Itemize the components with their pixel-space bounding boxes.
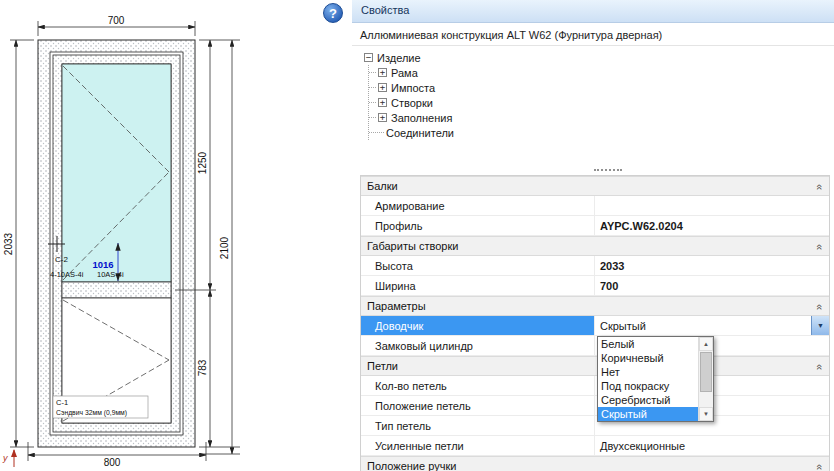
section-label: Балки xyxy=(361,180,398,192)
tree-item-soediniteli[interactable]: Соединители xyxy=(369,125,454,140)
tree-item-izdelie[interactable]: − Изделие xyxy=(364,50,454,65)
dim-handle-text: 1016 xyxy=(92,259,113,270)
dim-right-total-text: 2100 xyxy=(219,236,230,259)
label-c1: С-1 xyxy=(56,398,68,407)
collapse-icon[interactable]: − xyxy=(364,53,373,62)
combo-value: Скрытый xyxy=(595,316,811,335)
collapse-section-button[interactable]: « xyxy=(817,301,823,313)
properties-header: Свойства xyxy=(352,0,834,23)
help-icon[interactable]: ? xyxy=(323,3,343,23)
properties-panel: ? Свойства Аллюминиевая конструкция ALT … xyxy=(318,0,834,471)
section-petli[interactable]: Петли « xyxy=(361,356,829,376)
dim-top-text: 700 xyxy=(108,15,125,26)
axis-icon: у xyxy=(2,450,14,467)
scroll-up-icon: ▲ xyxy=(703,341,709,347)
section-balki[interactable]: Балки « xyxy=(361,176,829,196)
dovodchik-combobox[interactable]: Скрытый ▼ xyxy=(595,316,829,335)
property-label[interactable]: Профиль xyxy=(361,216,595,235)
tree-item-label[interactable]: Изделие xyxy=(377,51,421,64)
label-glass2: 10AS-4i xyxy=(97,270,124,279)
door-drawing-canvas[interactable]: 1016 С-2 4-10AS-4i 10AS-4i С-1 Сэндвич 3… xyxy=(0,0,318,471)
property-label[interactable]: Высота xyxy=(361,256,595,275)
expand-icon[interactable]: + xyxy=(378,98,387,107)
dropdown-option-serebristy[interactable]: Серебристый xyxy=(598,393,698,407)
collapse-section-button[interactable]: « xyxy=(817,241,823,253)
tree-item-stvorki[interactable]: + Створки xyxy=(369,95,454,110)
property-row-usilennye-petli[interactable]: Усиленные петли Двухсекционные xyxy=(361,436,829,456)
scroll-down-button[interactable]: ▼ xyxy=(699,407,713,421)
tree-connector xyxy=(369,72,376,73)
panel-title: Свойства xyxy=(352,0,834,16)
chevron-up-icon: « xyxy=(814,364,826,370)
label-sandwich-box: С-1 Сэндвич 32мм (0,9мм) xyxy=(53,396,148,418)
section-parametry[interactable]: Параметры « xyxy=(361,296,829,316)
tree-item-label[interactable]: Соединители xyxy=(386,126,454,139)
dropdown-option-korichnevy[interactable]: Коричневый xyxy=(598,351,698,365)
dim-right-lower-text: 783 xyxy=(197,359,208,376)
property-value[interactable]: 700 xyxy=(595,276,829,295)
scroll-up-button[interactable]: ▲ xyxy=(699,337,713,351)
property-label[interactable]: Кол-во петель xyxy=(361,376,595,395)
tree-item-label[interactable]: Импоста xyxy=(391,81,435,94)
dropdown-option-pod-pokrasku[interactable]: Под покраску xyxy=(598,379,698,393)
section-gabarity-stvorki[interactable]: Габариты створки « xyxy=(361,236,829,256)
dropdown-option-skryty[interactable]: Скрытый xyxy=(598,407,698,421)
collapse-section-button[interactable]: « xyxy=(817,461,823,471)
dropdown-option-net[interactable]: Нет xyxy=(598,365,698,379)
dim-right-upper-text: 1250 xyxy=(197,151,208,174)
collapse-section-button[interactable]: « xyxy=(817,361,823,373)
property-value[interactable]: Скрытый ▼ xyxy=(595,316,829,335)
section-label: Габариты створки xyxy=(361,240,458,252)
glass-panel xyxy=(62,64,171,282)
tree-item-zapolneniya[interactable]: + Заполнения xyxy=(369,110,454,125)
property-value[interactable]: Двухсекционные xyxy=(595,436,829,455)
axis-label: у xyxy=(2,453,8,463)
label-c2: С-2 xyxy=(55,255,68,264)
dim-left-text: 2033 xyxy=(3,232,14,255)
splitter-grip[interactable] xyxy=(594,169,622,174)
property-row-armirovanie[interactable]: Армирование xyxy=(361,196,829,216)
chevron-up-icon: « xyxy=(814,464,826,470)
tree-item-label[interactable]: Заполнения xyxy=(391,111,452,124)
combo-dropdown-button[interactable]: ▼ xyxy=(811,316,829,335)
property-label[interactable]: Положение петель xyxy=(361,396,595,415)
property-row-vysota[interactable]: Высота 2033 xyxy=(361,256,829,276)
property-label[interactable]: Замковый цилиндр xyxy=(361,336,595,355)
tree-item-rama[interactable]: + Рама xyxy=(369,65,454,80)
section-polozhenie-ruchki[interactable]: Положение ручки « xyxy=(361,456,829,471)
property-row-profil[interactable]: Профиль AYPC.W62.0204 xyxy=(361,216,829,236)
property-label[interactable]: Усиленные петли xyxy=(361,436,595,455)
property-label[interactable]: Доводчик xyxy=(361,316,595,335)
property-value[interactable]: AYPC.W62.0204 xyxy=(595,216,829,235)
section-label: Параметры xyxy=(361,300,426,312)
property-row-shirina[interactable]: Ширина 700 xyxy=(361,276,829,296)
property-row-kolvo-petel[interactable]: Кол-во петель xyxy=(361,376,829,396)
scroll-down-icon: ▼ xyxy=(703,411,709,417)
popup-scrollbar[interactable]: ▲ ▼ xyxy=(698,337,713,421)
property-label[interactable]: Тип петель xyxy=(361,416,595,435)
property-value[interactable]: 2033 xyxy=(595,256,829,275)
construction-subtitle: Аллюминиевая конструкция ALT W62 (Фурнит… xyxy=(360,29,662,41)
property-label[interactable]: Армирование xyxy=(361,196,595,215)
dropdown-option-bely[interactable]: Белый xyxy=(598,337,698,351)
property-value[interactable] xyxy=(595,196,829,215)
impost-bar xyxy=(62,282,171,298)
property-row-tip-petel[interactable]: Тип петель xyxy=(361,416,829,436)
property-row-zamkovy-cilindr[interactable]: Замковый цилиндр xyxy=(361,336,829,356)
scroll-thumb[interactable] xyxy=(700,352,712,392)
collapse-section-button[interactable]: « xyxy=(817,181,823,193)
expand-icon[interactable]: + xyxy=(378,83,387,92)
separator-line xyxy=(352,45,834,46)
property-label[interactable]: Ширина xyxy=(361,276,595,295)
label-sandwich: Сэндвич 32мм (0,9мм) xyxy=(56,409,127,417)
tree-item-label[interactable]: Рама xyxy=(391,66,418,79)
tree-item-imposta[interactable]: + Импоста xyxy=(369,80,454,95)
expand-icon[interactable]: + xyxy=(378,113,387,122)
chevron-up-icon: « xyxy=(814,304,826,310)
property-row-dovodchik[interactable]: Доводчик Скрытый ▼ xyxy=(361,316,829,336)
tree-item-label[interactable]: Створки xyxy=(391,96,433,109)
property-row-polozhenie-petel[interactable]: Положение петель xyxy=(361,396,829,416)
label-glass1: 4-10AS-4i xyxy=(50,270,84,279)
structure-tree: − Изделие + Рама + Импоста + Створки + xyxy=(364,50,454,140)
expand-icon[interactable]: + xyxy=(378,68,387,77)
